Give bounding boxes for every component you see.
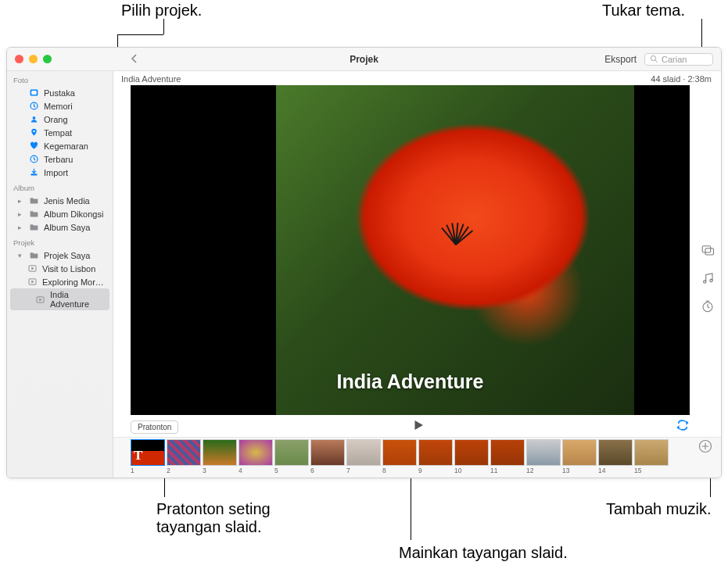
slide-title-overlay: India Adventure	[131, 370, 690, 393]
minimize-window-button[interactable]	[29, 55, 38, 63]
thumbnail-image	[418, 439, 453, 466]
thumbnail[interactable]: 7	[346, 439, 381, 474]
slideshow-stage[interactable]: India Adventure	[131, 85, 690, 415]
thumbnail[interactable]: 10	[454, 439, 489, 474]
svg-rect-12	[702, 246, 711, 252]
sidebar-item-exploring-mor-[interactable]: Exploring Mor…	[7, 275, 113, 288]
chevron-right-icon[interactable]: ▸	[18, 197, 24, 205]
thumbnail-number: 7	[346, 466, 381, 474]
search-field[interactable]: Carian	[644, 53, 713, 66]
thumbnail-number: 6	[310, 466, 345, 474]
sidebar-item-projek-saya[interactable]: ▾Projek Saya	[7, 249, 113, 262]
thumbnail[interactable]: 2	[167, 439, 201, 474]
folder-icon	[29, 222, 39, 232]
svg-rect-8	[30, 174, 37, 175]
app-window: Projek Eksport Carian FotoPustakaMemoriO…	[6, 47, 722, 478]
project-header: India Adventure 44 slaid · 2:38m	[113, 71, 721, 85]
thumbnail[interactable]: 6	[310, 439, 345, 474]
add-photos-button[interactable]	[698, 438, 715, 456]
sidebar-item-import[interactable]: Import	[7, 166, 113, 179]
slideshow-icon	[35, 295, 45, 305]
thumbnail-image: T	[131, 439, 165, 466]
search-icon	[650, 55, 658, 63]
sidebar-item-pustaka[interactable]: Pustaka	[7, 86, 113, 99]
thumbnail-number: 11	[490, 466, 525, 474]
sidebar-item-label: Album Saya	[44, 223, 90, 232]
svg-point-6	[33, 131, 34, 132]
sidebar-section-header: Album	[7, 179, 113, 194]
main-area: India Adventure 44 slaid · 2:38m	[113, 71, 721, 478]
sidebar-item-label: Jenis Media	[44, 196, 90, 206]
thumbnail[interactable]: 3	[203, 439, 237, 474]
thumbnail[interactable]: 4	[238, 439, 273, 474]
callout-add-music: Tambah muzik.	[606, 500, 712, 518]
thumbnail[interactable]: 15	[634, 439, 669, 474]
sidebar-item-label: Memori	[44, 102, 73, 111]
callout-play-slideshow: Mainkan tayangan slaid.	[399, 544, 568, 562]
folder-icon	[29, 209, 39, 219]
sidebar-item-label: Pustaka	[44, 88, 75, 98]
thumbnail-number: 4	[238, 466, 273, 474]
sidebar-item-album-dikongsi[interactable]: ▸Album Dikongsi	[7, 207, 113, 220]
memories-icon	[29, 101, 39, 111]
sidebar-item-visit-to-lisbon[interactable]: Visit to Lisbon	[7, 262, 113, 275]
thumbnail[interactable]: 13	[562, 439, 597, 474]
sidebar-item-memori[interactable]: Memori	[7, 99, 113, 113]
sidebar-item-india-adventure[interactable]: India Adventure	[10, 288, 109, 310]
thumbnail[interactable]: 14	[598, 439, 633, 474]
thumbnail[interactable]: 8	[382, 439, 417, 474]
music-button[interactable]	[699, 270, 716, 287]
close-window-button[interactable]	[15, 55, 23, 63]
thumbnail-number: 3	[203, 466, 237, 474]
sidebar-item-kegemaran[interactable]: Kegemaran	[7, 139, 113, 152]
loop-icon	[676, 418, 690, 432]
sidebar-item-label: Visit to Lisbon	[42, 264, 95, 274]
export-button[interactable]: Eksport	[604, 54, 637, 65]
window-controls	[7, 55, 52, 63]
thumbnail-image	[526, 439, 561, 466]
play-button[interactable]	[411, 418, 425, 435]
thumbnail-image	[203, 439, 237, 466]
leader	[163, 19, 164, 34]
callout-preview-settings: Pratonton seting tayangan slaid.	[156, 500, 271, 536]
folder-icon	[29, 250, 39, 260]
svg-point-14	[704, 281, 706, 283]
sidebar-item-album-saya[interactable]: ▸Album Saya	[7, 220, 113, 234]
folder-icon	[29, 195, 39, 206]
sidebar-item-tempat[interactable]: Tempat	[7, 126, 113, 139]
thumbnail[interactable]: 12	[526, 439, 561, 474]
theme-button[interactable]	[699, 241, 716, 259]
svg-point-5	[33, 116, 36, 120]
sidebar-item-terbaru[interactable]: Terbaru	[7, 152, 113, 166]
zoom-window-button[interactable]	[43, 55, 52, 63]
duration-button[interactable]	[699, 298, 716, 315]
svg-rect-3	[31, 91, 37, 95]
thumbnail-image	[274, 439, 309, 466]
thumbnail-number: 2	[167, 466, 201, 474]
chevron-down-icon[interactable]: ▾	[18, 252, 24, 259]
thumbnail-number: 9	[418, 466, 453, 474]
thumbnail[interactable]: 11	[490, 439, 525, 474]
sidebar-item-jenis-media[interactable]: ▸Jenis Media	[7, 194, 113, 207]
chevron-right-icon[interactable]: ▸	[18, 224, 24, 231]
thumbnail[interactable]: 9	[418, 439, 453, 474]
back-button[interactable]	[130, 52, 139, 66]
preview-button[interactable]: Pratonton	[131, 420, 178, 434]
thumbnail[interactable]: 5	[274, 439, 309, 474]
sidebar-item-orang[interactable]: Orang	[7, 113, 113, 126]
thumbnail[interactable]: T1	[131, 439, 165, 474]
chevron-right-icon[interactable]: ▸	[18, 210, 24, 218]
sidebar-item-label: Kegemaran	[44, 141, 88, 151]
flower-detail	[432, 202, 479, 245]
import-icon	[29, 167, 39, 177]
loop-button[interactable]	[676, 418, 690, 435]
slideshow-tools	[699, 241, 716, 315]
callout-change-theme: Tukar tema.	[602, 2, 685, 20]
sidebar-item-label: Projek Saya	[44, 251, 90, 260]
search-placeholder: Carian	[662, 55, 687, 64]
project-name: India Adventure	[121, 74, 181, 84]
thumbnail-image	[562, 439, 597, 466]
thumbnail-number: 15	[634, 466, 669, 474]
thumbnail-image	[167, 439, 201, 466]
svg-line-1	[655, 60, 658, 63]
